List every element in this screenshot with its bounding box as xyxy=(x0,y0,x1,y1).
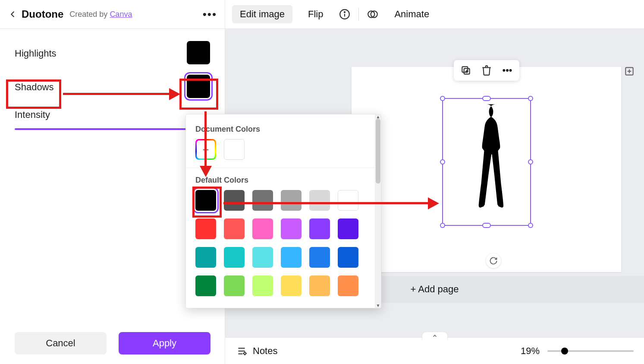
top-toolbar: Edit image Flip Animate xyxy=(225,0,644,29)
cancel-button[interactable]: Cancel xyxy=(15,332,107,355)
color-swatch[interactable] xyxy=(252,190,273,211)
back-icon[interactable] xyxy=(8,9,17,19)
zoom-thumb[interactable] xyxy=(561,348,568,355)
color-swatch[interactable] xyxy=(224,218,245,239)
separator xyxy=(186,168,375,168)
shadows-swatch[interactable] xyxy=(187,75,210,98)
highlights-swatch[interactable] xyxy=(187,41,210,64)
notes-label[interactable]: Notes xyxy=(253,345,277,357)
resize-handle[interactable] xyxy=(482,223,491,228)
animate-button[interactable]: Animate xyxy=(386,5,437,23)
apply-button[interactable]: Apply xyxy=(119,332,210,355)
zoom-percent[interactable]: 19% xyxy=(521,345,540,357)
color-swatch[interactable] xyxy=(309,218,330,239)
color-swatch[interactable] xyxy=(338,190,358,211)
status-bar: Notes 19% xyxy=(225,337,644,364)
resize-handle[interactable] xyxy=(482,96,491,101)
color-swatch[interactable] xyxy=(281,247,302,268)
design-page[interactable] xyxy=(352,67,621,272)
shadows-label: Shadows xyxy=(15,82,54,93)
color-swatch[interactable] xyxy=(195,275,216,296)
color-swatch[interactable] xyxy=(195,247,216,268)
color-popover: Document Colors ＋ Default Colors ▲ ▼ xyxy=(185,114,381,308)
resize-handle[interactable] xyxy=(440,96,445,101)
zoom-slider[interactable] xyxy=(547,350,634,352)
intensity-label: Intensity xyxy=(15,109,50,120)
info-icon[interactable] xyxy=(339,8,351,20)
color-swatch[interactable] xyxy=(338,218,358,239)
highlights-label: Highlights xyxy=(15,48,57,59)
flip-button[interactable]: Flip xyxy=(300,5,331,23)
color-swatch[interactable] xyxy=(281,218,302,239)
color-swatch[interactable] xyxy=(252,275,273,296)
scroll-thumb[interactable] xyxy=(376,119,380,184)
color-swatch[interactable] xyxy=(338,275,358,296)
document-colors-label: Document Colors xyxy=(195,125,365,134)
add-color-button[interactable]: ＋ xyxy=(195,139,216,160)
shadows-row: Shadows xyxy=(15,70,210,104)
svg-point-2 xyxy=(344,12,345,13)
more-element-icon[interactable]: ••• xyxy=(501,64,513,76)
color-swatch[interactable] xyxy=(252,247,273,268)
color-swatch[interactable] xyxy=(195,218,216,239)
resize-handle[interactable] xyxy=(528,96,533,101)
edit-image-button[interactable]: Edit image xyxy=(232,5,292,23)
resize-handle[interactable] xyxy=(440,159,445,165)
color-swatch[interactable] xyxy=(252,218,273,239)
color-swatch[interactable] xyxy=(224,247,245,268)
collapse-tab[interactable] xyxy=(422,332,448,339)
add-page-icon[interactable] xyxy=(623,65,635,77)
selection-box[interactable] xyxy=(442,98,531,226)
highlights-row: Highlights xyxy=(15,37,210,70)
resize-handle[interactable] xyxy=(440,223,445,228)
duplicate-icon[interactable] xyxy=(460,64,472,76)
panel-title: Duotone xyxy=(22,8,63,20)
popover-scrollbar[interactable]: ▲ ▼ xyxy=(375,114,381,308)
more-icon[interactable]: ••• xyxy=(203,8,217,21)
resize-handle[interactable] xyxy=(528,223,533,228)
add-page-label: + Add page xyxy=(411,284,459,295)
color-swatch[interactable] xyxy=(309,190,330,211)
silhouette-image[interactable] xyxy=(454,101,519,223)
trash-icon[interactable] xyxy=(481,64,493,76)
color-swatch[interactable] xyxy=(224,275,245,296)
separator xyxy=(358,8,359,21)
default-colors-label: Default Colors xyxy=(195,176,365,185)
color-swatch[interactable] xyxy=(309,275,330,296)
creator-link[interactable]: Canva xyxy=(110,10,132,19)
color-swatch[interactable] xyxy=(195,190,216,211)
element-toolbar: ••• xyxy=(454,60,519,81)
color-swatch[interactable] xyxy=(224,190,245,211)
created-by-prefix: Created by xyxy=(69,10,110,19)
color-swatch[interactable] xyxy=(338,247,358,268)
resize-handle[interactable] xyxy=(528,159,533,165)
color-swatch[interactable] xyxy=(224,139,245,160)
transparency-icon[interactable] xyxy=(367,8,379,20)
scroll-down-icon[interactable]: ▼ xyxy=(375,303,381,308)
color-swatch[interactable] xyxy=(281,190,302,211)
created-by-label: Created by Canva xyxy=(69,10,132,19)
sync-icon[interactable] xyxy=(486,253,501,268)
color-swatch[interactable] xyxy=(281,275,302,296)
intensity-slider[interactable] xyxy=(15,128,210,130)
intensity-row: Intensity xyxy=(15,104,210,126)
notes-icon[interactable] xyxy=(236,345,248,357)
color-swatch[interactable] xyxy=(309,247,330,268)
